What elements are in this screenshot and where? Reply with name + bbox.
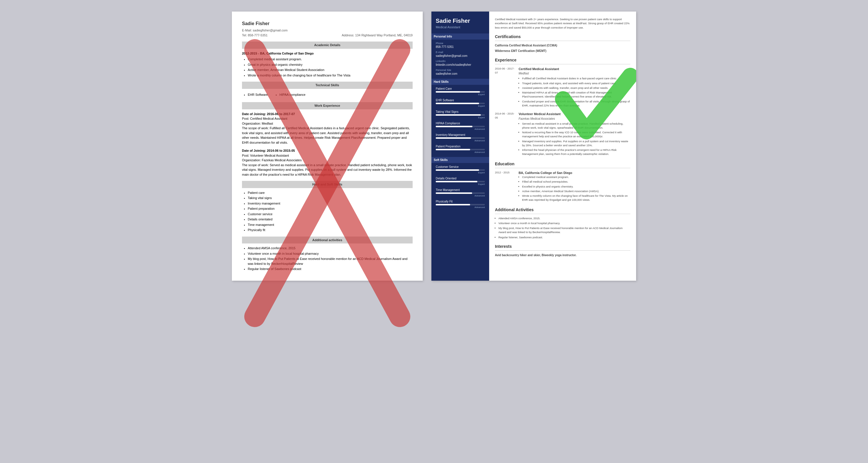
soft-skill-item: Customer Service Expert — [436, 165, 485, 174]
skill-level: Expert — [436, 93, 485, 96]
skill-bar-fill — [436, 91, 480, 93]
skill-bar-bg — [436, 192, 485, 194]
skill-item-5: Customer service — [248, 212, 413, 217]
skill-bar-fill — [436, 103, 479, 104]
section-hard-soft: Hard and Soft Skills — [242, 181, 413, 188]
skill-level: Advanced — [436, 128, 485, 130]
left-address: Address: 134 Rightward Way Portland, ME,… — [342, 33, 413, 38]
edu-dates: 2012 - 2015 — [495, 170, 515, 203]
certs-container: California Certified Medical Assistant (… — [495, 43, 630, 53]
section-additional: Additional activities — [242, 236, 413, 244]
exp-content: Certified Medical Assistant Medfast Fulf… — [519, 67, 630, 108]
exp-dates: 2016-06 - 2017-07 — [495, 67, 515, 75]
skill-ehr: EHR Software — [248, 92, 268, 97]
linkedin-label: LinkedIn — [436, 60, 485, 63]
skill-item-6: Details orientated — [248, 217, 413, 222]
edu-bullets: Completed medical assistant program.Fill… — [522, 175, 630, 202]
experience-title: Experience — [495, 57, 630, 64]
edu-bullet-2: Great in physics and organic chemistry — [248, 62, 413, 67]
exp-header: 2014-06 - 2015-05 Volunteer Medical Assi… — [495, 112, 630, 157]
edu-bullets: Completed medical assistant program. Gre… — [248, 57, 413, 77]
exp-bullet: Conducted proper and concise EHR documen… — [522, 100, 630, 108]
skill-level: Advanced — [436, 194, 485, 197]
education-container: 2012 - 2015 BA, California College of Sa… — [495, 170, 630, 203]
cert-item: California Certified Medical Assistant (… — [495, 43, 630, 47]
edu-bullet-4: Wrote a monthly column on the changing f… — [248, 73, 413, 78]
hard-skill-item: HIPAA Compliance Advanced — [436, 122, 485, 130]
left-tel: Tel: 858-777-5351 — [242, 33, 268, 38]
skill-bar-fill — [436, 126, 473, 127]
skill-name: Time Management — [436, 188, 485, 192]
skill-level: Advanced — [436, 206, 485, 208]
edu-bullet: Active member, American Medical Student … — [522, 189, 630, 193]
exp-bullet: Managed inventory and supplies. Put supp… — [522, 139, 630, 148]
right-name: Sadie Fisher — [436, 17, 485, 24]
hard-skill-item: Inventory Management Advanced — [436, 133, 485, 142]
soft-skill-item: Details Oriented Expert — [436, 177, 485, 186]
interests-text: Avid backcountry hiker and skier, Biweek… — [495, 253, 630, 257]
resume-right: Sadie Fisher Medical Assistant Personal … — [431, 11, 636, 281]
add-bullet-1: Attended AMSA conference, 2015 — [248, 246, 413, 251]
page-container: Sadie Fisher E-Mail: sadiegfisher@gmail.… — [232, 11, 636, 281]
work-scope-1: The scope of work: Fulfilled all Certifi… — [242, 126, 413, 145]
edu-year: 2012-2015 - BA, California College of Sa… — [242, 51, 413, 56]
skill-bar-fill — [436, 169, 479, 171]
section-technical: Technical Skills — [242, 81, 413, 89]
exp-bullets: Fulfilled all Certified Medical Assistan… — [522, 76, 630, 108]
work-scope-2: The scope of work: Served as medical ass… — [242, 163, 413, 177]
exp-header: 2016-06 - 2017-07 Certified Medical Assi… — [495, 67, 630, 108]
phone-value: 858-777-5351 — [436, 45, 485, 48]
exp-bullet: Maintained HIPAA at all times. Assisted … — [522, 91, 630, 99]
exp-title: Certified Medical Assistant — [519, 67, 630, 71]
site-value: sadieqfisher.com — [436, 72, 485, 75]
cert-item: Wilderness EMT Certification (WEMT) — [495, 49, 630, 53]
phone-label: Phone — [436, 42, 485, 45]
work-org-1: Organization: Medfast — [242, 121, 413, 126]
skill-bar-fill — [436, 181, 477, 182]
skill-name: HIPAA Compliance — [436, 122, 485, 125]
exp-bullets: Served as medical assistant in a small p… — [522, 122, 630, 156]
soft-skills-container: Customer Service Expert Details Oriented… — [436, 165, 485, 208]
skill-name: Taking Vital Signs — [436, 110, 485, 113]
experience-container: 2016-06 - 2017-07 Certified Medical Assi… — [495, 67, 630, 157]
edu-bullet-3: Active member, American Medical Student … — [248, 67, 413, 72]
exp-bullet: Noticed a recurring flaw in the way ICD … — [522, 130, 630, 139]
education-title: Education — [495, 161, 630, 168]
exp-bullet: Served as medical assistant in a small p… — [522, 122, 630, 130]
edu-degree: BA, California College of San Diego — [519, 170, 630, 175]
skill-level: Expert — [436, 183, 485, 186]
skill-level: Advanced — [436, 139, 485, 142]
email-value: sadiegfisher@gmail.com — [436, 54, 485, 57]
site-label: Personal Site — [436, 69, 485, 71]
email-label: E-mail — [436, 51, 485, 54]
exp-entry: 2016-06 - 2017-07 Certified Medical Assi… — [495, 67, 630, 108]
additional-container: Attended AMSA conference, 2015.Volunteer… — [498, 217, 630, 239]
skill-name: Physically Fit — [436, 200, 485, 203]
additional-title: Additional Activities — [495, 207, 630, 214]
certifications-title: Certifications — [495, 34, 630, 41]
additional-bullet: Regular listener, Sawbones podcast. — [498, 235, 630, 239]
resume-left: Sadie Fisher E-Mail: sadiegfisher@gmail.… — [232, 11, 423, 281]
skill-bar-bg — [436, 204, 485, 205]
skill-bar-bg — [436, 181, 485, 182]
skill-bar-bg — [436, 114, 485, 116]
skill-bar-bg — [436, 149, 485, 150]
additional-bullet: Attended AMSA conference, 2015. — [498, 217, 630, 221]
add-bullet-3: My blog post, How to Put Patients at Eas… — [248, 257, 413, 266]
hard-skills-container: Patient Care Expert EHR Software Expert … — [436, 87, 485, 154]
exp-bullet: Triaged patients, took vital signs, and … — [522, 81, 630, 86]
left-email: E-Mail: sadiegfisher@gmail.com — [242, 28, 413, 33]
skill-level: Expert — [436, 105, 485, 107]
skill-item-2: Taking vital signs — [248, 196, 413, 200]
additional-bullet: Volunteer once a month in local hospital… — [498, 221, 630, 225]
exp-content: Volunteer Medical Assistant Fazekas Medi… — [519, 112, 630, 157]
hard-skill-item: Patient Preparation Advanced — [436, 145, 485, 154]
edu-bullet-1: Completed medical assistant program. — [248, 57, 413, 62]
interests-title: Interests — [495, 243, 630, 251]
skill-bar-fill — [436, 204, 470, 205]
edu-bullet: Excelled in physics and organic chemistr… — [522, 185, 630, 189]
skill-name: Customer Service — [436, 165, 485, 168]
left-contact: E-Mail: sadiegfisher@gmail.com Tel: 858-… — [242, 28, 413, 37]
exp-company: Fazekas Medical Associates — [519, 117, 630, 121]
right-title: Medical Assistant — [436, 25, 485, 29]
